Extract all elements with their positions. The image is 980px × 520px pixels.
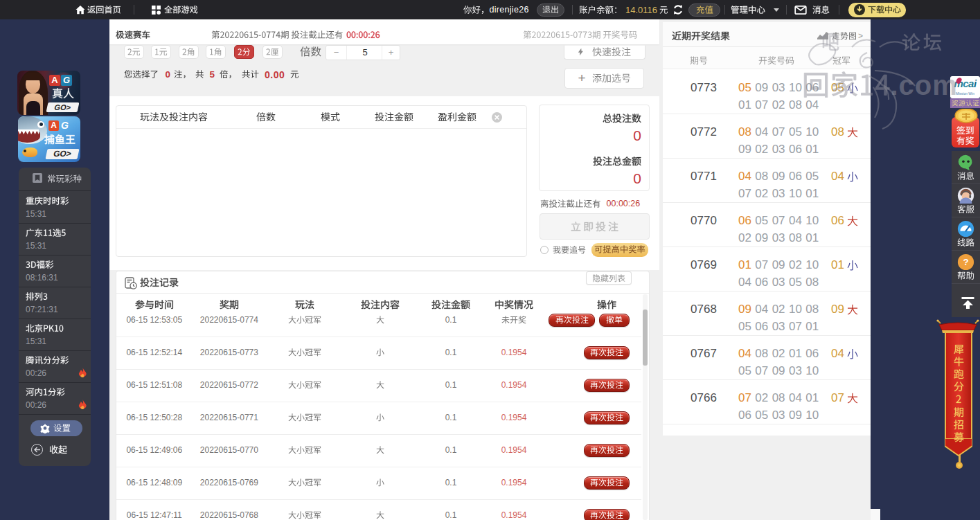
svg-text:?: ? bbox=[963, 257, 968, 267]
